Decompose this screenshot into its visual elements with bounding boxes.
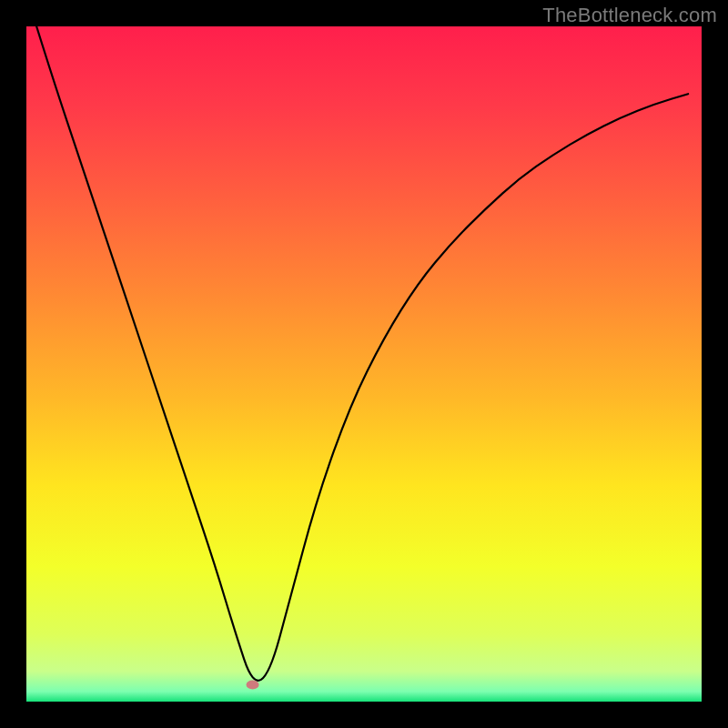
chart-frame: TheBottleneck.com xyxy=(0,0,728,728)
min-marker xyxy=(247,680,259,689)
bottleneck-chart xyxy=(26,26,702,702)
watermark-text: TheBottleneck.com xyxy=(542,4,717,27)
